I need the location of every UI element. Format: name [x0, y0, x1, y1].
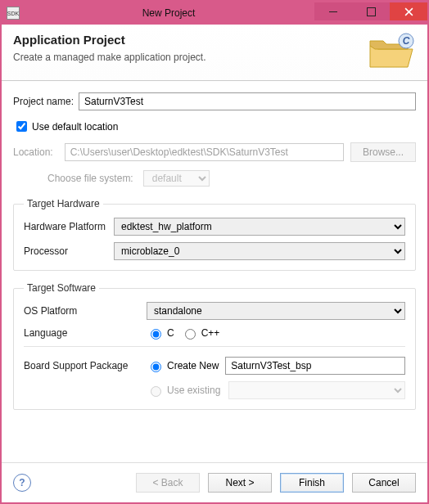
- minimize-button[interactable]: [314, 2, 352, 20]
- target-software-group: Target Software OS Platform standalone L…: [13, 282, 416, 410]
- sdk-app-icon: SDK: [7, 7, 20, 20]
- location-input: [65, 143, 344, 161]
- back-button: < Back: [136, 473, 200, 493]
- project-name-label: Project name:: [13, 96, 74, 107]
- use-default-location-checkbox[interactable]: [16, 121, 27, 132]
- bsp-existing-select: [228, 381, 405, 399]
- language-cpp-label: C++: [201, 327, 220, 339]
- window-title: New Project: [23, 7, 314, 19]
- language-cpp-radio[interactable]: [185, 329, 196, 340]
- target-software-legend: Target Software: [24, 282, 99, 294]
- software-divider: [24, 346, 405, 347]
- processor-select[interactable]: microblaze_0: [114, 242, 405, 260]
- project-name-input[interactable]: [79, 92, 416, 110]
- os-platform-select[interactable]: standalone: [147, 302, 405, 320]
- language-c-radio[interactable]: [151, 329, 161, 340]
- language-label: Language: [24, 327, 147, 339]
- bsp-name-input[interactable]: [225, 357, 405, 375]
- choose-filesystem-select: default: [143, 170, 210, 187]
- hardware-platform-label: Hardware Platform: [24, 221, 114, 232]
- bsp-create-new-label: Create New: [167, 360, 219, 371]
- choose-filesystem-label: Choose file system:: [47, 173, 133, 184]
- location-label: Location:: [13, 146, 53, 158]
- page-subtitle: Create a managed make application projec…: [13, 52, 367, 63]
- target-hardware-group: Target Hardware Hardware Platform edktes…: [13, 198, 416, 271]
- help-icon[interactable]: ?: [13, 474, 31, 492]
- dialog-window: SDK New Project Application Project Crea…: [2, 2, 427, 502]
- language-c-option[interactable]: C: [147, 326, 174, 340]
- bsp-create-new-radio[interactable]: [151, 362, 161, 372]
- use-default-location-label[interactable]: Use default location: [32, 121, 118, 133]
- finish-button[interactable]: Finish: [280, 473, 344, 493]
- bsp-create-new-option[interactable]: Create New: [147, 359, 219, 372]
- browse-button: Browse...: [350, 142, 416, 162]
- maximize-button[interactable]: [352, 2, 390, 20]
- next-button[interactable]: Next >: [208, 473, 272, 493]
- wizard-header: Application Project Create a managed mak…: [2, 25, 427, 80]
- close-button[interactable]: [390, 2, 427, 20]
- page-title: Application Project: [13, 33, 367, 47]
- hardware-platform-select[interactable]: edktest_hw_platform: [114, 218, 405, 236]
- bsp-use-existing-radio: [151, 386, 161, 397]
- language-c-label: C: [167, 327, 174, 339]
- folder-c-icon: C: [367, 33, 416, 72]
- os-platform-label: OS Platform: [24, 305, 147, 317]
- target-hardware-legend: Target Hardware: [24, 198, 103, 209]
- cancel-button[interactable]: Cancel: [352, 473, 416, 493]
- bsp-use-existing-label: Use existing: [167, 385, 220, 396]
- wizard-footer: ? < Back Next > Finish Cancel: [2, 462, 427, 502]
- processor-label: Processor: [24, 245, 114, 257]
- bsp-label: Board Support Package: [24, 360, 147, 371]
- svg-text:C: C: [403, 35, 410, 47]
- title-bar[interactable]: SDK New Project: [2, 2, 427, 25]
- bsp-use-existing-option: Use existing: [147, 384, 222, 397]
- language-cpp-option[interactable]: C++: [181, 326, 220, 340]
